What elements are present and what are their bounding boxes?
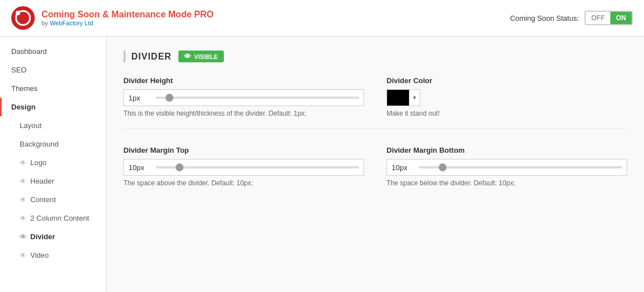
app-name-accent: PRO (194, 10, 214, 19)
eye-icon-header: 👁 (20, 177, 26, 185)
eye-icon-2col: 👁 (20, 215, 26, 222)
webfactory-link[interactable]: WebFactory Ltd (50, 20, 93, 26)
app-name-text: Coming Soon & Maintenance Mode (42, 10, 194, 19)
eye-badge-icon: 👁 (184, 52, 191, 61)
divider-margin-top-value: 10px (123, 159, 151, 176)
sidebar-item-header[interactable]: 👁 Header (0, 172, 106, 190)
divider-margin-bottom-slider-wrapper[interactable] (415, 159, 627, 176)
section-title: DIVIDER (131, 52, 172, 62)
divider-height-label: Divider Height (123, 76, 364, 85)
divider-margin-bottom-value: 10px (387, 159, 415, 176)
sidebar-item-seo[interactable]: SEO (0, 61, 106, 79)
divider-margin-bottom-input-row: 10px (387, 159, 627, 176)
divider-margin-bottom-slider[interactable] (419, 166, 622, 168)
sidebar-label-logo: Logo (30, 158, 47, 167)
divider-margin-top-label: Divider Margin Top (123, 146, 364, 154)
divider-height-slider-wrapper[interactable] (151, 89, 364, 106)
visible-badge-label: VISIBLE (194, 53, 218, 60)
divider-margin-top-help: The space above the divider. Default: 10… (123, 179, 364, 187)
divider-height-value: 1px (123, 89, 151, 106)
sidebar-label-video: Video (30, 251, 49, 259)
visible-badge[interactable]: 👁 VISIBLE (178, 51, 224, 62)
eye-icon-video: 👁 (20, 252, 26, 259)
divider-color-help: Make it stand out! (387, 110, 627, 117)
app-title-block: Coming Soon & Maintenance Mode PRO by We… (42, 10, 214, 26)
sidebar-label-header: Header (30, 177, 54, 185)
sidebar-item-layout[interactable]: Layout (0, 116, 106, 135)
app-logo-icon (11, 6, 35, 30)
header-right: Coming Soon Status: OFF ON (510, 11, 633, 25)
sidebar-item-video[interactable]: 👁 Video (0, 246, 106, 264)
header-left: Coming Soon & Maintenance Mode PRO by We… (11, 6, 214, 30)
divider-height-slider[interactable] (156, 97, 359, 99)
app-subtitle: by WebFactory Ltd (42, 20, 214, 26)
main-content: DIVIDER 👁 VISIBLE Divider Height 1px Thi… (107, 36, 644, 292)
sidebar-label-dashboard: Dashboard (11, 47, 47, 56)
divider-color-swatch[interactable] (387, 89, 409, 106)
sidebar-item-content[interactable]: 👁 Content (0, 190, 106, 209)
divider-margin-top-slider[interactable] (156, 166, 359, 168)
divider-margin-top-input-row: 10px (123, 159, 364, 176)
section-header: DIVIDER 👁 VISIBLE (123, 51, 627, 62)
sidebar-label-design: Design (11, 103, 35, 111)
sidebar-label-content: Content (30, 195, 56, 204)
form-group-divider-color: Divider Color ▼ Make it stand out! (387, 76, 627, 117)
sidebar-label-seo: SEO (11, 66, 26, 74)
divider-margin-top-slider-wrapper[interactable] (151, 159, 364, 176)
form-row-2: Divider Margin Top 10px The space above … (123, 146, 627, 198)
sidebar-label-2col: 2 Column Content (30, 214, 89, 222)
divider-color-picker-row: ▼ (387, 89, 627, 106)
sidebar-label-themes: Themes (11, 84, 38, 93)
sidebar-item-dashboard[interactable]: Dashboard (0, 42, 106, 61)
sidebar-item-logo[interactable]: 👁 Logo (0, 153, 106, 172)
divider-height-help: This is the visible height/thickness of … (123, 110, 364, 117)
sidebar-label-background: Background (20, 140, 58, 148)
divider-margin-bottom-help: The space below the divider. Default: 10… (387, 179, 627, 187)
eye-icon-divider: 👁 (20, 233, 26, 241)
sidebar-item-2col[interactable]: 👁 2 Column Content (0, 209, 106, 227)
sidebar-item-divider[interactable]: 👁 Divider (0, 227, 106, 246)
sidebar-label-layout: Layout (20, 121, 42, 130)
sidebar-item-design[interactable]: Design (0, 98, 106, 116)
eye-icon-logo: 👁 (20, 159, 26, 167)
form-group-divider-height: Divider Height 1px This is the visible h… (123, 76, 364, 117)
form-group-margin-bottom: Divider Margin Bottom 10px The space bel… (387, 146, 627, 187)
form-group-margin-top: Divider Margin Top 10px The space above … (123, 146, 364, 187)
toggle-on-button[interactable]: ON (610, 12, 632, 24)
app-by-text: by (42, 20, 50, 26)
app-title: Coming Soon & Maintenance Mode PRO (42, 10, 214, 20)
form-row-1: Divider Height 1px This is the visible h… (123, 76, 627, 129)
divider-margin-bottom-label: Divider Margin Bottom (387, 146, 627, 154)
divider-height-input-row: 1px (123, 89, 364, 106)
toggle-off-button[interactable]: OFF (586, 12, 610, 24)
status-toggle[interactable]: OFF ON (585, 11, 633, 25)
app-header: Coming Soon & Maintenance Mode PRO by We… (0, 0, 644, 36)
main-layout: Dashboard SEO Themes Design Layout Backg… (0, 36, 644, 292)
sidebar-item-themes[interactable]: Themes (0, 79, 106, 98)
divider-color-label: Divider Color (387, 76, 627, 85)
sidebar-item-background[interactable]: Background (0, 135, 106, 153)
color-dropdown-arrow[interactable]: ▼ (409, 89, 420, 106)
sidebar: Dashboard SEO Themes Design Layout Backg… (0, 36, 107, 292)
eye-icon-content: 👁 (20, 196, 26, 204)
coming-soon-status-label: Coming Soon Status: (510, 14, 579, 22)
sidebar-label-divider: Divider (30, 232, 55, 241)
